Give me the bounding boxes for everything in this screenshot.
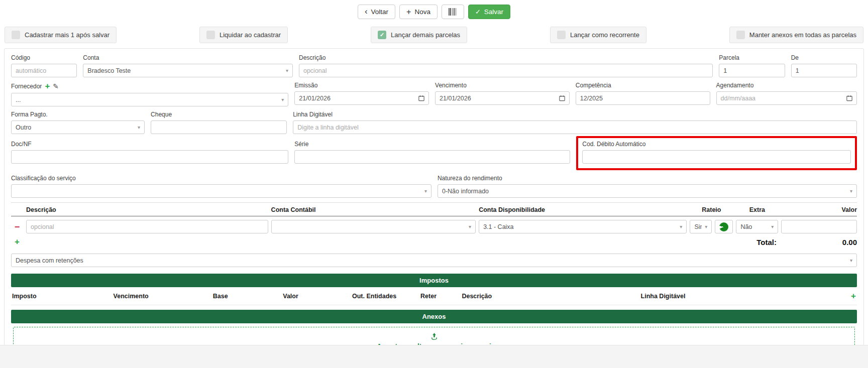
de-label: De bbox=[791, 54, 857, 61]
items-col-rateio: Rateio bbox=[690, 206, 733, 213]
agendamento-date-input[interactable]: dd/mm/aaaa bbox=[716, 91, 857, 105]
descricao-input[interactable] bbox=[299, 64, 713, 77]
items-col-valor: Valor bbox=[781, 206, 857, 213]
items-col-conta-disponibilidade: Conta Disponibilidade bbox=[479, 206, 687, 213]
impostos-section-header: Impostos bbox=[11, 274, 857, 287]
impostos-col: Out. Entidades bbox=[352, 293, 420, 300]
vencimento-date-input[interactable]: 21/01/2026 bbox=[435, 91, 570, 105]
cheque-input[interactable] bbox=[151, 120, 287, 134]
back-button-label: Voltar bbox=[371, 8, 389, 16]
impostos-header-row: Imposto Vencimento Base Valor Out. Entid… bbox=[11, 287, 857, 305]
cod-debito-highlight-box: Cod. Débito Automático bbox=[576, 136, 857, 170]
items-col-descricao: Descrição bbox=[26, 206, 268, 213]
serie-input[interactable] bbox=[294, 150, 570, 164]
retencoes-row: Despesa com retenções ▾ bbox=[11, 254, 857, 267]
option-lancar-recorrente[interactable]: ✓ Lançar como recorrente bbox=[550, 27, 646, 43]
chevron-down-icon: ▾ bbox=[705, 224, 707, 229]
chevron-down-icon: ▾ bbox=[286, 68, 288, 73]
forma-pagto-select[interactable]: Outro ▾ bbox=[11, 120, 145, 134]
chevron-left-icon: ‹ bbox=[365, 7, 368, 16]
linha-digitavel-label: Linha Digitável bbox=[293, 111, 857, 118]
options-row: ✓ Cadastrar mais 1 após salvar ✓ Liquida… bbox=[5, 27, 863, 43]
agendamento-label: Agendamento bbox=[716, 82, 857, 89]
forma-pagto-label: Forma Pagto. bbox=[11, 111, 145, 118]
items-header-row: Descrição Conta Contábil Conta Disponibi… bbox=[11, 206, 857, 216]
option-label: Lançar demais parcelas bbox=[391, 31, 460, 39]
impostos-col: Reter bbox=[420, 293, 462, 300]
chevron-down-icon: ▾ bbox=[424, 188, 427, 194]
rateio-pie-button[interactable] bbox=[715, 220, 733, 233]
classificacao-select[interactable]: ▾ bbox=[11, 184, 431, 198]
chevron-down-icon: ▾ bbox=[281, 97, 284, 102]
competencia-input[interactable] bbox=[576, 91, 710, 105]
classificacao-label: Classificação do serviço bbox=[11, 175, 431, 182]
item-descricao-input[interactable] bbox=[26, 220, 268, 233]
barcode-button[interactable] bbox=[442, 5, 464, 19]
checkbox-icon[interactable]: ✓ bbox=[12, 31, 20, 39]
checkbox-checked-icon[interactable]: ✓ bbox=[378, 31, 386, 39]
add-item-icon[interactable]: + bbox=[15, 237, 20, 247]
upload-icon bbox=[430, 332, 439, 341]
natureza-label: Natureza do rendimento bbox=[438, 175, 857, 182]
calendar-icon[interactable] bbox=[418, 95, 424, 101]
chevron-down-icon: ▾ bbox=[138, 125, 140, 130]
items-col-extra: Extra bbox=[736, 206, 778, 213]
conta-select[interactable]: Bradesco Teste ▾ bbox=[83, 64, 293, 77]
save-button[interactable]: ✓ Salvar bbox=[468, 5, 510, 19]
calendar-icon[interactable] bbox=[846, 95, 852, 101]
fornecedor-label: Fornecedor bbox=[11, 83, 42, 90]
parcela-input[interactable] bbox=[719, 64, 785, 77]
add-fornecedor-icon[interactable]: + bbox=[45, 82, 50, 90]
item-conta-contabil-select[interactable]: ▾ bbox=[271, 220, 476, 233]
total-label: Total: bbox=[756, 238, 777, 247]
remove-item-icon[interactable]: − bbox=[11, 222, 23, 231]
checkbox-icon[interactable]: ✓ bbox=[736, 31, 745, 39]
add-imposto-icon[interactable]: + bbox=[851, 291, 856, 301]
calendar-icon[interactable] bbox=[559, 95, 565, 101]
emissao-label: Emissão bbox=[294, 82, 429, 89]
option-lancar-parcelas[interactable]: ✓ Lançar demais parcelas bbox=[371, 27, 467, 43]
option-manter-anexos[interactable]: ✓ Manter anexos em todas as parcelas bbox=[729, 27, 863, 43]
toolbar: ‹ Voltar + Nova ✓ Salvar bbox=[0, 0, 868, 19]
fornecedor-select[interactable]: ... ▾ bbox=[11, 93, 288, 106]
total-value: 0.00 bbox=[777, 238, 857, 247]
cheque-label: Cheque bbox=[151, 111, 287, 118]
option-label: Liquidar ao cadastrar bbox=[220, 31, 281, 39]
option-liquidar[interactable]: ✓ Liquidar ao cadastrar bbox=[199, 27, 288, 43]
item-rateio-select[interactable]: Sim ▾ bbox=[690, 220, 712, 233]
item-row: − ▾ 3.1 - Caixa ▾ Sim ▾ Não ▾ bbox=[11, 220, 857, 233]
de-input[interactable] bbox=[791, 64, 857, 77]
save-button-label: Salvar bbox=[484, 8, 503, 16]
plus-icon: + bbox=[406, 8, 411, 16]
linha-digitavel-input[interactable] bbox=[293, 120, 857, 134]
impostos-col: Imposto bbox=[12, 293, 114, 300]
checkbox-icon[interactable]: ✓ bbox=[557, 31, 566, 39]
cod-debito-input[interactable] bbox=[582, 150, 851, 164]
chevron-down-icon: ▾ bbox=[850, 188, 852, 194]
item-conta-disponibilidade-select[interactable]: 3.1 - Caixa ▾ bbox=[479, 220, 687, 233]
serie-label: Série bbox=[294, 141, 570, 148]
impostos-col: Base bbox=[213, 293, 283, 300]
emissao-date-input[interactable]: 21/01/2026 bbox=[294, 91, 429, 105]
new-button-label: Nova bbox=[414, 8, 430, 16]
expense-form-panel: Código Conta Bradesco Teste ▾ Descrição … bbox=[4, 48, 864, 368]
chevron-down-icon: ▾ bbox=[850, 258, 852, 263]
impostos-col: Vencimento bbox=[114, 293, 213, 300]
doc-nf-input[interactable] bbox=[11, 150, 288, 164]
tipo-despesa-select[interactable]: Despesa com retenções ▾ bbox=[11, 254, 857, 267]
checkbox-icon[interactable]: ✓ bbox=[206, 31, 215, 39]
new-button[interactable]: + Nova bbox=[399, 5, 438, 19]
natureza-select[interactable]: 0-Não informado ▾ bbox=[438, 184, 857, 198]
descricao-label: Descrição bbox=[299, 54, 713, 61]
option-label: Cadastrar mais 1 após salvar bbox=[25, 31, 110, 39]
option-cadastrar-mais[interactable]: ✓ Cadastrar mais 1 após salvar bbox=[5, 27, 117, 43]
item-extra-select[interactable]: Não ▾ bbox=[736, 220, 778, 233]
items-total-row: + Total: 0.00 bbox=[11, 237, 857, 247]
doc-nf-label: Doc/NF bbox=[11, 141, 288, 148]
codigo-input[interactable] bbox=[11, 64, 77, 77]
back-button[interactable]: ‹ Voltar bbox=[358, 5, 395, 19]
items-col-conta-contabil: Conta Contábil bbox=[271, 206, 476, 213]
edit-fornecedor-icon[interactable]: ✎ bbox=[53, 83, 59, 90]
competencia-label: Competência bbox=[576, 82, 710, 89]
item-valor-input[interactable] bbox=[781, 220, 857, 233]
